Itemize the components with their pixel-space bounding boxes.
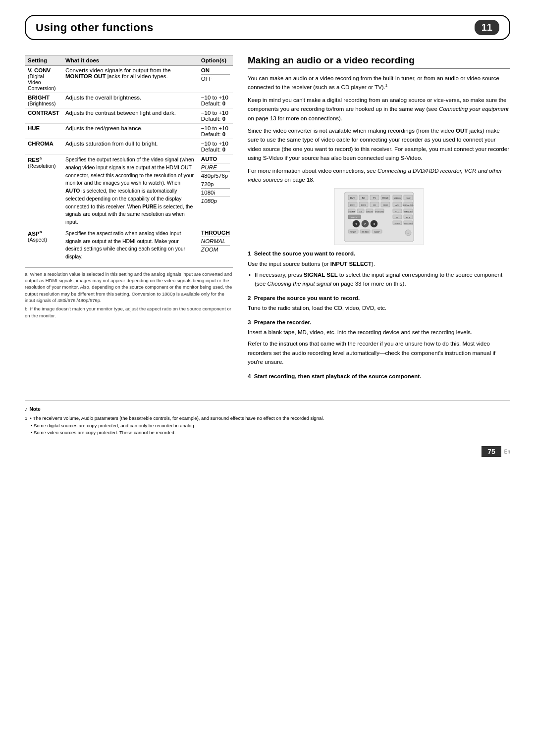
svg-text:BD: BD [362,197,366,200]
step-3: 3 Prepare the recorder. Insert a blank t… [248,318,510,367]
svg-text:DVD: DVD [350,197,356,200]
note-title: ♪ Note [25,405,510,413]
setting-options: −10 to +10 Default: 0 [198,93,233,108]
step-4: 4 Start recording, then start playback o… [248,372,510,381]
setting-options: −10 to +10 Default: 0 [198,108,233,124]
setting-desc: Adjusts the overall brightness. [62,93,198,108]
setting-sub: (Resolution) [28,163,56,169]
option-480: 480p/576p [201,171,230,179]
option-on: ON [201,67,230,73]
svg-text:IT: IT [396,216,398,219]
setting-name-cell: CONTRAST [25,108,62,124]
setting-desc: Specifies the output resolution of the v… [62,154,198,228]
svg-text:STATUS: STATUS [393,197,401,200]
svg-text:CD-R: CD-R [383,204,388,206]
option-range: −10 to +10 [201,95,230,101]
option-auto: AUTO [201,156,230,162]
setting-name: ASPb [28,231,42,237]
svg-text:INPUT: INPUT [351,216,358,219]
setting-name: V. CONV [28,67,51,73]
svg-text:1: 1 [355,222,357,226]
table-row: HUE Adjusts the red/green balance. −10 t… [25,124,233,139]
page-wrapper: Using other functions 11 Setting What it… [0,0,535,477]
setting-name: CHROMA [28,141,54,147]
svg-text:VLC: VLC [395,210,399,213]
svg-text:HDMI: HDMI [382,197,389,200]
setting-name-cell: BRIGHT (Brightness) [25,93,62,108]
option-zoom: ZOOM [201,245,230,252]
setting-desc: Converts video signals for output from t… [62,66,198,93]
option-range: −10 to +10 [201,125,230,131]
step-2: 2 Prepare the source you want to record.… [248,294,510,313]
step-4-header: 4 Start recording, then start playback o… [248,372,510,381]
para-1: You can make an audio or a video recordi… [248,74,510,92]
footnote-3: • Some video sources are copy-protected.… [25,429,510,436]
para-3: Since the video converter is not availab… [248,126,510,163]
svg-text:TUNER: TUNER [350,231,357,233]
setting-name-cell: RESa (Resolution) [25,154,62,228]
setting-desc: Adjusts the red/green balance. [62,124,198,139]
footnote-1: 1 • The receiver's volume, Audio paramet… [25,415,510,422]
option-720: 720p [201,180,230,187]
table-row: CHROMA Adjusts saturation from dull to b… [25,139,233,154]
table-row: V. CONV (DigitalVideoConversion) Convert… [25,66,233,93]
svg-text:TV: TV [373,197,376,200]
option-default: Default: 0 [201,147,230,152]
svg-text:TUNER: TUNER [394,223,401,225]
page-title: Using other functions [36,21,154,34]
step-1-body: Use the input source buttons (or INPUT S… [248,259,510,268]
body-paragraphs: You can make an audio or a video recordi… [248,74,510,184]
step-2-body: Tune to the radio station, load the CD, … [248,303,510,312]
svg-text:DVR2: DVR2 [361,204,367,206]
note-label: Note [30,405,41,413]
step-1-header: 1 Select the source you want to record. [248,249,510,258]
setting-name-cell: HUE [25,124,62,139]
setting-name-cell: ASPb (Aspect) [25,228,62,262]
svg-text:INT ACQ: INT ACQ [362,231,369,233]
setting-name-cell: V. CONV (DigitalVideoConversion) [25,66,62,93]
svg-text:SIRIUS: SIRIUS [366,210,373,213]
para-2: Keep in mind you can't make a digital re… [248,96,510,123]
step-3-extra: Refer to the instructions that came with… [248,339,510,366]
setting-sub: (DigitalVideoConversion) [28,73,56,91]
setting-desc: Adjusts saturation from dull to bright. [62,139,198,154]
step-1: 1 Select the source you want to record. … [248,249,510,289]
left-column: Setting What it does Option(s) V. CONV (… [25,55,233,386]
svg-text:DVR1: DVR1 [350,204,356,206]
setting-options: THROUGH NORMAL ZOOM [198,228,233,262]
setting-sub: (Brightness) [28,101,56,106]
col-setting: Setting [25,55,62,66]
col-what: What it does [62,55,198,66]
svg-text:2: 2 [364,222,366,226]
bottom-notes: ♪ Note 1 • The receiver's volume, Audio … [25,401,510,436]
section-title: Making an audio or a video recording [248,55,510,69]
svg-text:3: 3 [373,222,375,226]
option-range: −10 to +10 [201,110,230,116]
footnote-b: b. If the image doesn't match your monit… [25,305,233,319]
setting-options: ON OFF [198,66,233,93]
svg-text:SLEEP: SLEEP [374,231,380,233]
setting-name: CONTRAST [28,110,59,116]
footnote-a: a. When a resolution value is selected i… [25,271,233,303]
step-3-body: Insert a blank tape, MD, video, etc. int… [248,328,510,337]
svg-text:ADJ: ADJ [395,204,399,206]
page-header: Using other functions 11 [25,15,510,40]
setting-options: −10 to +10 Default: 0 [198,139,233,154]
table-row: ASPb (Aspect) Specifies the aspect ratio… [25,228,233,262]
step-2-header: 2 Prepare the source you want to record. [248,294,510,302]
setting-desc: Specifies the aspect ratio when analog v… [62,228,198,262]
setting-options: AUTO PURE 480p/576p 720p 1080i 1080p [198,154,233,228]
option-range: −10 to +10 [201,141,230,147]
svg-text:MCE: MCE [406,216,411,219]
setting-name-cell: CHROMA [25,139,62,154]
setting-name: RESa [28,157,42,163]
svg-text:iPod/USB: iPod/USB [375,210,384,213]
table-row: RESa (Resolution) Specifies the output r… [25,154,233,228]
svg-text:DISP: DISP [406,197,411,200]
setting-sub: (Aspect) [28,237,47,243]
remote-control-image: DVD BD TV HDMI DVR1 DVR2 CD CD-R STATUS [334,188,424,245]
option-pure: PURE [201,163,230,170]
setting-name: BRIGHT [28,95,50,101]
option-default: Default: 0 [201,116,230,122]
setting-desc: Adjusts the contrast between light and d… [62,108,198,124]
